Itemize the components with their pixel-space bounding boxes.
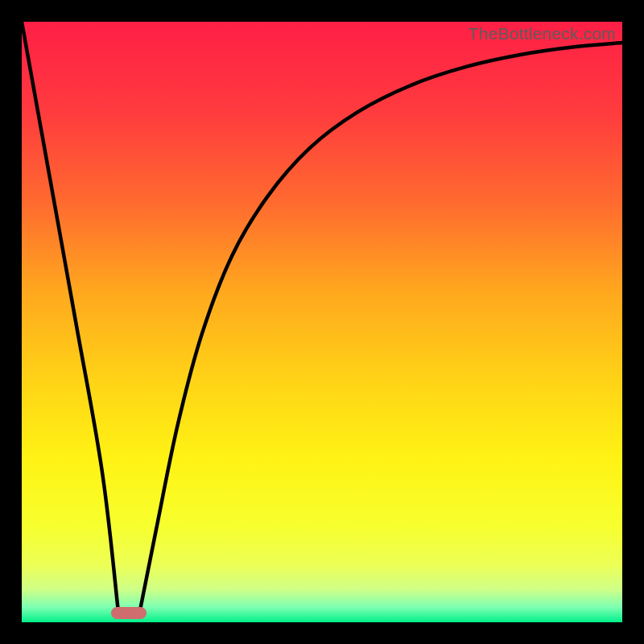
plot-area: TheBottleneck.com (22, 22, 622, 622)
curve-left-descent (22, 22, 118, 607)
curves-layer (22, 22, 622, 622)
optimal-marker (111, 607, 147, 619)
chart-container: { "watermark": "TheBottleneck.com", "plo… (0, 0, 644, 644)
curve-right-ascent (141, 43, 622, 607)
